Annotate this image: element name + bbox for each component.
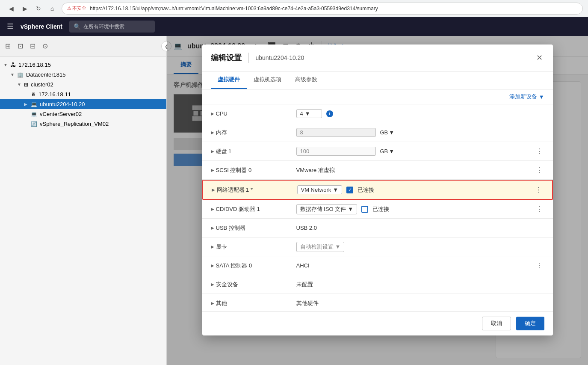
tree-item-vc[interactable]: ▶ 💻 vCenterServer02 [0, 109, 166, 119]
display-select-chevron: ▼ [335, 243, 341, 250]
security-badge: ⚠ 不安全 [67, 5, 86, 12]
expand-icon-memory[interactable]: ▶ [211, 130, 214, 135]
dialog-tab-advanced[interactable]: 高级参数 [288, 71, 324, 89]
row-value-sata: AHCI [296, 262, 534, 269]
refresh-button[interactable]: ↻ [33, 3, 44, 15]
row-value-display: 自动检测设置 ▼ [296, 242, 544, 252]
row-label-nic1: ▶ 网络适配器 1 * [212, 186, 297, 194]
tree-icon-vm1: 💻 [31, 101, 37, 107]
dialog-footer: 取消 确定 [202, 311, 553, 335]
add-device-chevron-icon: ▼ [539, 94, 544, 100]
sata-menu-button[interactable]: ⋮ [534, 260, 544, 271]
nic1-network-select[interactable]: VM Network ▼ [297, 185, 343, 194]
sidebar-icon-layout[interactable]: ⊞ [5, 42, 11, 50]
sidebar-icon-storage[interactable]: ⊟ [30, 42, 35, 50]
nic1-connected-label: 已连接 [358, 186, 374, 194]
dialog-close-button[interactable]: ✕ [535, 51, 544, 64]
app-title: vSphere Client [21, 23, 62, 30]
disk1-input[interactable] [296, 147, 376, 156]
settings-row-sata: ▶ SATA 控制器 0 AHCI ⋮ [202, 256, 553, 275]
cpu-info-icon[interactable]: i [326, 110, 333, 117]
settings-row-other: ▶ 其他 其他硬件 [202, 294, 553, 311]
settings-row-usb: ▶ USB 控制器 USB 2.0 [202, 219, 553, 237]
expand-icon-cdrom[interactable]: ▶ [211, 207, 214, 211]
row-value-usb: USB 2.0 [296, 225, 544, 231]
tree-toggle-repl[interactable]: ▶ [24, 122, 31, 126]
main-layout: ⊞ ⊡ ⊟ ⊙ ❮ ▼ 🖧 172.16.18.15 ▼ 🏢 Datacente… [0, 36, 588, 365]
dialog-tabs: 虚拟硬件 虚拟机选项 高级参数 [202, 71, 553, 89]
tree-toggle-cluster[interactable]: ▼ [17, 82, 24, 87]
expand-icon-disk1[interactable]: ▶ [211, 149, 214, 154]
app-header: ☰ vSphere Client 🔍 在所有环境中搜索 [0, 17, 588, 36]
forward-button[interactable]: ▶ [19, 3, 31, 15]
expand-icon-usb[interactable]: ▶ [211, 226, 214, 230]
expand-icon-cpu[interactable]: ▶ [211, 111, 214, 116]
tree-icon-vc: 💻 [31, 111, 37, 117]
disk1-unit-select[interactable]: GB ▼ [380, 148, 395, 154]
sidebar-icon-network[interactable]: ⊙ [42, 42, 48, 50]
memory-input[interactable] [296, 128, 376, 137]
tree-toggle-dc[interactable]: ▼ [10, 72, 17, 77]
address-bar[interactable]: ⚠ 不安全 https://172.16.18.15/ui/app/vm;nav… [62, 3, 583, 15]
search-bar[interactable]: 🔍 在所有环境中搜索 [69, 21, 155, 33]
tree-item-root[interactable]: ▼ 🖧 172.16.18.15 [0, 60, 166, 70]
cdrom-menu-button[interactable]: ⋮ [534, 203, 544, 215]
nic1-menu-button[interactable]: ⋮ [533, 184, 544, 196]
expand-icon-security[interactable]: ▶ [211, 282, 214, 287]
tree-toggle-vc[interactable]: ▶ [24, 112, 31, 116]
browser-nav: ◀ ▶ ↻ ⌂ [5, 3, 58, 15]
tree-item-host[interactable]: ▶ 🖥 172.16.18.11 [0, 89, 166, 99]
dialog-tab-hw[interactable]: 虚拟硬件 [211, 71, 247, 89]
browser-bar: ◀ ▶ ↻ ⌂ ⚠ 不安全 https://172.16.18.15/ui/ap… [0, 0, 588, 17]
tree-item-vm1[interactable]: ▶ 💻 ubuntu2204-10.20 [0, 99, 166, 109]
add-device-label: 添加新设备 [509, 93, 537, 101]
expand-icon-nic1[interactable]: ▶ [212, 187, 215, 192]
dialog-subtitle: ubuntu2204-10.20 [256, 54, 304, 61]
cancel-button[interactable]: 取消 [482, 317, 511, 330]
dialog-tab-options[interactable]: 虚拟机选项 [247, 71, 288, 89]
tree-toggle-vm1[interactable]: ▶ [24, 102, 31, 107]
expand-icon-scsi[interactable]: ▶ [211, 168, 214, 172]
cdrom-connected-checkbox[interactable]: ✓ [361, 206, 368, 213]
expand-icon-display[interactable]: ▶ [211, 244, 214, 249]
home-button[interactable]: ⌂ [46, 3, 58, 15]
back-button[interactable]: ◀ [5, 3, 17, 15]
settings-row-scsi: ▶ SCSI 控制器 0 VMware 准虚拟 ⋮ [202, 161, 553, 180]
tree-item-repl[interactable]: ▶ 🔄 vSphere_Replication_VM02 [0, 119, 166, 129]
tree-item-dc[interactable]: ▼ 🏢 Datacenter1815 [0, 70, 166, 80]
tree-label-vm1: ubuntu2204-10.20 [40, 101, 85, 107]
search-placeholder: 在所有环境中搜索 [83, 23, 124, 30]
display-select[interactable]: 自动检测设置 ▼ [296, 242, 345, 252]
row-value-nic1: VM Network ▼ ✓ 已连接 [297, 185, 533, 194]
expand-icon-sata[interactable]: ▶ [211, 263, 214, 268]
row-value-scsi: VMware 准虚拟 [296, 166, 534, 174]
tree-container: ▼ 🖧 172.16.18.15 ▼ 🏢 Datacenter1815 ▼ ⊞ … [0, 56, 166, 365]
nic1-connected-checkbox[interactable]: ✓ [346, 187, 353, 193]
sidebar-icon-vm[interactable]: ⊡ [18, 42, 23, 50]
disk1-menu-button[interactable]: ⋮ [534, 145, 544, 157]
dialog-toolbar: 添加新设备 ▼ [202, 89, 553, 104]
confirm-button[interactable]: 确定 [516, 317, 544, 330]
row-label-cpu: ▶ CPU [211, 110, 296, 117]
menu-icon[interactable]: ☰ [7, 22, 14, 31]
settings-row-memory: ▶ 内存 GB ▼ [202, 123, 553, 142]
row-label-usb: ▶ USB 控制器 [211, 224, 296, 232]
dialog-header-separator [248, 53, 249, 63]
tree-item-cluster[interactable]: ▼ ⊞ cluster02 [0, 80, 166, 89]
settings-row-nic1: ▶ 网络适配器 1 * VM Network ▼ ✓ 已连接 [202, 180, 553, 200]
cdrom-source-select[interactable]: 数据存储 ISO 文件 ▼ [296, 204, 358, 214]
scsi-menu-button[interactable]: ⋮ [534, 164, 544, 176]
tree-icon-root: 🖧 [10, 62, 16, 68]
dialog-header: 编辑设置 ubuntu2204-10.20 ✕ [202, 45, 553, 71]
cpu-select[interactable]: 4 ▼ [296, 109, 322, 118]
add-device-button[interactable]: 添加新设备 ▼ [509, 93, 544, 101]
tree-label-repl: vSphere_Replication_VM02 [40, 121, 109, 127]
tree-toggle-root[interactable]: ▼ [3, 62, 10, 67]
settings-row-disk1: ▶ 硬盘 1 GB ▼ ⋮ [202, 142, 553, 161]
tree-toggle-host[interactable]: ▶ [24, 92, 31, 97]
memory-unit-select[interactable]: GB ▼ [380, 129, 395, 136]
tree-label-cluster: cluster02 [31, 81, 53, 88]
expand-icon-other[interactable]: ▶ [211, 301, 214, 306]
url-text: https://172.16.18.15/ui/app/vm;nav=h/urn… [90, 6, 577, 12]
row-label-scsi: ▶ SCSI 控制器 0 [211, 166, 296, 174]
